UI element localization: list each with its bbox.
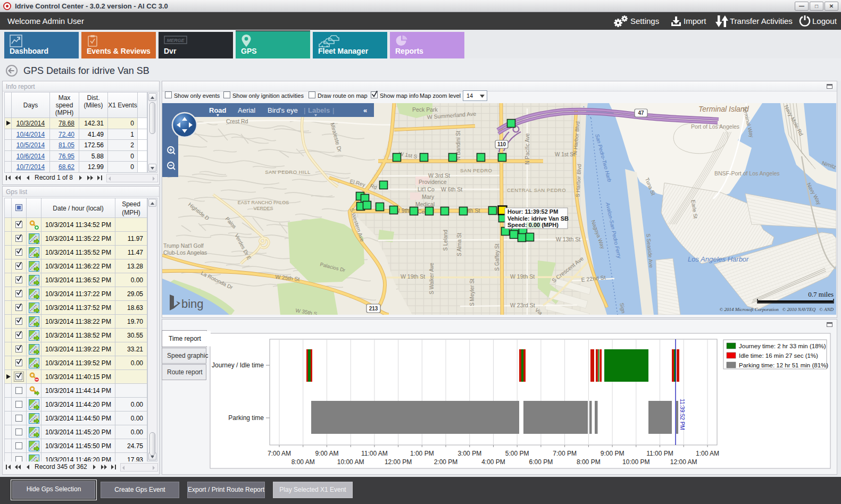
svg-text:10:00 AM: 10:00 AM: [337, 458, 364, 466]
svg-text:S Meyler St: S Meyler St: [469, 279, 475, 306]
svg-text:Trump Nat'l Golf: Trump Nat'l Golf: [163, 242, 204, 249]
svg-text:Journey time: 2 hr 33 min (18%: Journey time: 2 hr 33 min (18%): [739, 343, 826, 349]
svg-text:N Pacific Ave: N Pacific Ave: [524, 133, 530, 164]
svg-text:213: 213: [369, 306, 378, 312]
svg-text:Los Angeles Harbor: Los Angeles Harbor: [688, 255, 749, 263]
svg-text:Speed: 0.00 (MPH): Speed: 0.00 (MPH): [507, 222, 559, 228]
svg-text:Vehicle: idrive Van SB: Vehicle: idrive Van SB: [507, 215, 569, 222]
svg-text:W 19th St: W 19th St: [510, 273, 535, 280]
svg-text:9:00 AM: 9:00 AM: [315, 450, 338, 457]
svg-text:|: |: [332, 106, 334, 114]
svg-text:Road: Road: [209, 106, 227, 114]
svg-text:VERDES: VERDES: [253, 206, 273, 211]
svg-text:0.7 miles: 0.7 miles: [808, 290, 834, 298]
svg-text:EAST RANCHO PALOS: EAST RANCHO PALOS: [238, 200, 289, 205]
svg-text:5:00 PM: 5:00 PM: [505, 450, 529, 457]
svg-text:«: «: [363, 106, 367, 114]
svg-text:|: |: [304, 106, 305, 114]
svg-text:Providence: Providence: [419, 179, 447, 185]
svg-text:11:00 PM: 11:00 PM: [646, 450, 673, 457]
svg-text:7:00 AM: 7:00 AM: [268, 450, 291, 457]
svg-text:Lit'l Co: Lit'l Co: [418, 186, 435, 192]
svg-text:W 13th St: W 13th St: [556, 236, 580, 242]
svg-text:8:00 AM: 8:00 AM: [292, 458, 315, 466]
svg-text:W 6th St: W 6th St: [441, 186, 462, 192]
svg-text:S Gaffey St: S Gaffey St: [494, 243, 500, 271]
svg-text:Port of Los Angeles: Port of Los Angeles: [691, 123, 739, 130]
svg-text:Labels: Labels: [308, 106, 330, 114]
svg-text:Parking time: 12 hr 51 min (81: Parking time: 12 hr 51 min (81%): [739, 362, 828, 368]
svg-text:W 3rd St: W 3rd St: [428, 172, 450, 179]
svg-text:2:00 PM: 2:00 PM: [434, 458, 458, 466]
svg-text:1:00 AM: 1:00 AM: [696, 450, 719, 457]
svg-text:Medical: Medical: [415, 201, 435, 207]
svg-text:Bird's eye: Bird's eye: [268, 106, 298, 114]
svg-text:MERGE: MERGE: [166, 38, 185, 43]
svg-text:© 2014 Microsoft Corporation: © 2014 Microsoft Corporation © 2010 NAVT…: [719, 307, 834, 312]
svg-text:11:00 AM: 11:00 AM: [361, 450, 388, 457]
svg-text:Journey / Idle time: Journey / Idle time: [212, 362, 264, 369]
svg-text:S Walker Ave: S Walker Ave: [429, 263, 435, 295]
svg-text:S Alma St: S Alma St: [456, 233, 462, 256]
svg-text:9:00 PM: 9:00 PM: [601, 450, 624, 457]
svg-text:Crest Rd: Crest Rd: [226, 118, 248, 124]
svg-text:Time report: Time report: [169, 335, 202, 342]
svg-text:S Leland: S Leland: [443, 230, 448, 250]
svg-text:Idle time: 16 min 27 sec (1%): Idle time: 16 min 27 sec (1%): [739, 352, 818, 359]
svg-text:SAN PEDRO HILL: SAN PEDRO HILL: [265, 169, 311, 175]
svg-text:11:39:52 PM: 11:39:52 PM: [679, 399, 686, 430]
svg-text:CENTRAL SAN PEDRO: CENTRAL SAN PEDRO: [507, 187, 566, 193]
svg-text:3:00 PM: 3:00 PM: [457, 450, 481, 457]
svg-text:Aerial: Aerial: [238, 106, 255, 114]
svg-text:12:00 AM: 12:00 AM: [670, 458, 697, 466]
svg-text:W 19th St: W 19th St: [401, 273, 425, 280]
svg-text:12:00 PM: 12:00 PM: [385, 458, 412, 466]
svg-text:Club-Los Angelas: Club-Los Angelas: [163, 249, 207, 256]
svg-text:SAN PEDRO: SAN PEDRO: [460, 167, 492, 173]
svg-text:Terminal Island: Terminal Island: [698, 105, 750, 113]
svg-text:7:00 PM: 7:00 PM: [553, 450, 577, 457]
svg-text:8:00 PM: 8:00 PM: [577, 458, 601, 466]
svg-text:Parking time: Parking time: [228, 414, 264, 422]
svg-text:Speed graphic: Speed graphic: [167, 352, 208, 359]
svg-text:Route report: Route report: [167, 368, 203, 376]
svg-text:BNSF-Port of Los Angeles: BNSF-Port of Los Angeles: [714, 170, 780, 177]
svg-text:4:00 PM: 4:00 PM: [481, 458, 505, 466]
svg-text:Hour: 11:39:52 PM: Hour: 11:39:52 PM: [507, 208, 558, 215]
svg-text:Peck Park: Peck Park: [412, 106, 438, 113]
svg-text:47: 47: [638, 110, 644, 116]
svg-text:bing: bing: [181, 297, 204, 310]
svg-text:110: 110: [497, 141, 506, 147]
svg-text:1:00 PM: 1:00 PM: [410, 450, 434, 457]
svg-text:W 23rd St: W 23rd St: [510, 302, 535, 308]
svg-text:10:00 PM: 10:00 PM: [622, 458, 650, 466]
svg-text:6:00 PM: 6:00 PM: [529, 458, 553, 466]
svg-text:Mary: Mary: [422, 194, 435, 200]
